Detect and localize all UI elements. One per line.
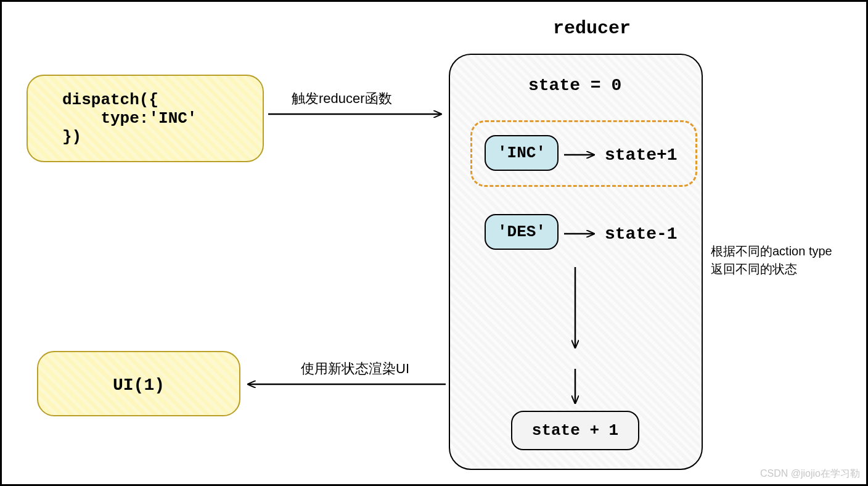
case-inc-result: state+1 [605,146,678,165]
side-note: 根据不同的action type 返回不同的状态 [711,242,832,278]
watermark: CSDN @jiojio在学习勒 [760,467,860,480]
case-des-result: state-1 [605,224,678,244]
diagram-canvas: dispatch({ type:'INC' }) UI(1) reducer s… [0,0,868,486]
final-state-box: state + 1 [511,411,639,450]
trigger-reducer-label: 触发reducer函数 [292,89,392,108]
case-des-pill: 'DES' [485,214,559,250]
final-state-label: state + 1 [532,421,618,440]
dispatch-box: dispatch({ type:'INC' }) [27,75,264,162]
dispatch-code: dispatch({ type:'INC' }) [62,91,197,146]
case-inc-pill: 'INC' [485,135,559,171]
case-des-label: 'DES' [497,223,546,241]
state-initial: state = 0 [528,76,621,95]
case-inc-label: 'INC' [497,144,546,162]
reducer-box [449,54,703,470]
reducer-title: reducer [553,18,631,39]
render-ui-label: 使用新状态渲染UI [301,360,409,378]
ui-box: UI(1) [37,351,240,416]
ui-label: UI(1) [113,376,165,395]
